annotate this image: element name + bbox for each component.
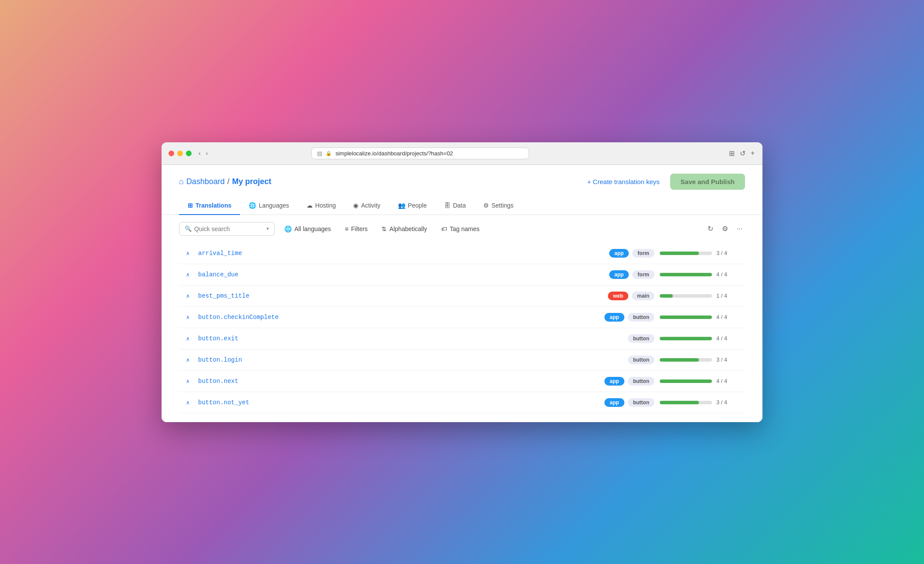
alphabetically-button[interactable]: ⇅ Alphabetically <box>377 222 431 235</box>
tab-data-label: Data <box>453 202 466 209</box>
minimize-button[interactable] <box>177 151 183 156</box>
table-row: ∧button.exitbutton4 / 4 <box>179 328 745 349</box>
progress-bar <box>660 273 712 276</box>
tab-hosting[interactable]: ☁ Hosting <box>298 197 344 215</box>
progress-section: 3 / 4 <box>660 399 738 406</box>
maximize-button[interactable] <box>186 151 192 156</box>
table-row: ∧balance_dueappform4 / 4 <box>179 264 745 285</box>
row-expand-icon[interactable]: ∧ <box>186 378 193 384</box>
tag-app[interactable]: app <box>609 270 629 279</box>
new-tab-button[interactable]: + <box>750 148 755 158</box>
translate-icon[interactable]: ⊞ <box>728 148 735 158</box>
breadcrumb-separator: / <box>227 177 229 186</box>
breadcrumb: ⌂ Dashboard / My project <box>179 177 271 186</box>
tag-form[interactable]: form <box>632 270 654 279</box>
home-icon: ⌂ <box>179 177 184 186</box>
translation-key[interactable]: balance_due <box>198 271 604 278</box>
progress-count: 4 / 4 <box>716 271 727 278</box>
row-expand-icon[interactable]: ∧ <box>186 400 193 406</box>
progress-count: 3 / 4 <box>716 399 727 406</box>
progress-section: 3 / 4 <box>660 250 738 256</box>
address-bar[interactable]: ▤ 🔒 simplelocalize.io/dashboard/projects… <box>311 148 529 159</box>
row-expand-icon[interactable]: ∧ <box>186 314 193 320</box>
progress-section: 4 / 4 <box>660 335 738 342</box>
back-button[interactable]: ‹ <box>197 149 202 158</box>
translation-key[interactable]: arrival_time <box>198 250 604 257</box>
progress-bar <box>660 401 712 404</box>
refresh-icon[interactable]: ↺ <box>739 148 746 158</box>
breadcrumb-project: My project <box>232 177 271 186</box>
tag-names-button[interactable]: 🏷 Tag names <box>437 222 484 235</box>
save-and-publish-button[interactable]: Save and Publish <box>670 174 745 190</box>
settings-icon: ⚙ <box>483 202 489 209</box>
tab-people[interactable]: 👥 People <box>389 197 436 215</box>
translation-key[interactable]: button.login <box>198 356 623 363</box>
tag-app[interactable]: app <box>604 313 624 322</box>
progress-section: 4 / 4 <box>660 271 738 278</box>
translation-key[interactable]: button.not_yet <box>198 399 599 406</box>
tag-app[interactable]: app <box>604 377 624 386</box>
progress-section: 3 / 4 <box>660 356 738 363</box>
gear-button[interactable]: ⚙ <box>719 223 731 235</box>
tag-button[interactable]: button <box>628 377 654 386</box>
globe-icon: 🌐 <box>249 202 256 209</box>
row-expand-icon[interactable]: ∧ <box>186 336 193 342</box>
row-expand-icon[interactable]: ∧ <box>186 250 193 256</box>
reader-icon: ▤ <box>317 150 322 157</box>
progress-count: 3 / 4 <box>716 356 727 363</box>
row-tags: webmain <box>608 292 654 300</box>
tag-app[interactable]: app <box>604 398 624 407</box>
filters-button[interactable]: ≡ Filters <box>341 222 372 235</box>
tag-button[interactable]: button <box>628 334 654 343</box>
tag-main[interactable]: main <box>632 292 654 300</box>
row-expand-icon[interactable]: ∧ <box>186 293 193 299</box>
tab-languages[interactable]: 🌐 Languages <box>240 197 297 215</box>
tab-people-label: People <box>408 202 427 209</box>
progress-bar <box>660 358 712 362</box>
table-row: ∧button.nextappbutton4 / 4 <box>179 371 745 392</box>
search-input[interactable] <box>194 225 264 232</box>
more-options-button[interactable]: ··· <box>734 223 745 235</box>
progress-bar <box>660 294 712 298</box>
row-tags: appbutton <box>604 313 654 322</box>
progress-fill <box>660 358 699 362</box>
tab-activity[interactable]: ◉ Activity <box>344 197 389 215</box>
row-expand-icon[interactable]: ∧ <box>186 357 193 363</box>
progress-fill <box>660 337 712 340</box>
translation-key[interactable]: button.checkinComplete <box>198 314 599 321</box>
breadcrumb-dashboard-link[interactable]: Dashboard <box>186 177 225 186</box>
tab-data[interactable]: 🗄 Data <box>435 197 475 215</box>
translation-key[interactable]: button.exit <box>198 335 623 342</box>
tag-button[interactable]: button <box>628 313 654 322</box>
tag-app[interactable]: app <box>609 249 629 258</box>
all-languages-button[interactable]: 🌐 All languages <box>280 222 335 235</box>
translation-key[interactable]: best_pms_title <box>198 292 603 299</box>
header-actions: + Create translation keys Save and Publi… <box>582 174 745 190</box>
forward-button[interactable]: › <box>204 149 210 158</box>
progress-count: 3 / 4 <box>716 250 727 256</box>
close-button[interactable] <box>169 151 174 156</box>
tag-names-label: Tag names <box>450 225 479 232</box>
tag-form[interactable]: form <box>632 249 654 258</box>
row-tags: button <box>628 334 654 343</box>
tab-activity-label: Activity <box>361 202 380 209</box>
tag-button[interactable]: button <box>628 356 654 364</box>
refresh-button[interactable]: ↻ <box>705 223 716 235</box>
create-translation-keys-button[interactable]: + Create translation keys <box>582 175 664 189</box>
translation-key[interactable]: button.next <box>198 378 599 385</box>
filter-icon: ≡ <box>345 225 348 232</box>
cloud-icon: ☁ <box>307 202 313 209</box>
tag-button[interactable]: button <box>628 398 654 407</box>
tab-settings[interactable]: ⚙ Settings <box>475 197 523 215</box>
tab-languages-label: Languages <box>259 202 289 209</box>
progress-section: 1 / 4 <box>660 292 738 299</box>
progress-fill <box>660 316 712 319</box>
row-expand-icon[interactable]: ∧ <box>186 272 193 278</box>
progress-count: 4 / 4 <box>716 314 727 320</box>
tab-translations[interactable]: ⊞ Translations <box>179 197 240 215</box>
globe-filter-icon: 🌐 <box>284 225 292 232</box>
row-tags: appform <box>609 270 654 279</box>
search-wrapper[interactable]: 🔍 ▾ <box>179 222 275 236</box>
progress-fill <box>660 252 699 255</box>
tag-web[interactable]: web <box>608 292 628 300</box>
